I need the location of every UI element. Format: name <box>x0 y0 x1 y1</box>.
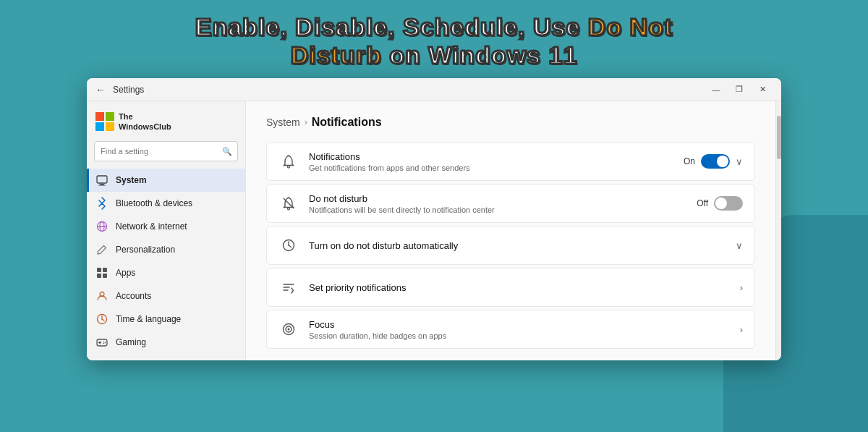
turn-on-auto-icon <box>278 235 299 255</box>
sidebar-item-time[interactable]: Time & language <box>87 308 245 331</box>
svg-line-17 <box>102 319 104 321</box>
sidebar-item-personalization[interactable]: Personalization <box>87 238 245 261</box>
search-input[interactable] <box>94 141 238 161</box>
main-content: System › Notifications Notifications Get… <box>246 101 775 360</box>
window-controls: — ❐ ✕ <box>706 82 773 97</box>
network-label: Network & internet <box>116 221 187 232</box>
focus-title: Focus <box>309 319 730 330</box>
sidebar-search-container: 🔍 <box>94 141 238 161</box>
system-label: System <box>116 175 147 185</box>
personalization-label: Personalization <box>116 245 175 255</box>
do-not-disturb-title: Do not disturb <box>309 193 686 204</box>
breadcrumb: System › Notifications <box>266 116 755 129</box>
notifications-title: Notifications <box>309 151 673 162</box>
title-bar-label: Settings <box>113 85 144 95</box>
title-highlight: Do Not <box>588 13 673 41</box>
notifications-toggle-knob <box>717 156 728 167</box>
turn-on-auto-text: Turn on do not disturb automatically <box>309 240 726 251</box>
focus-chevron[interactable]: › <box>740 324 743 335</box>
notifications-toggle[interactable] <box>701 154 730 169</box>
accounts-label: Accounts <box>116 291 151 301</box>
breadcrumb-current: Notifications <box>312 116 382 129</box>
title-line2: Disturb <box>291 41 382 69</box>
svg-rect-4 <box>97 176 107 183</box>
sidebar-logo: The WindowsClub <box>87 109 245 141</box>
title-bar: ← Settings — ❐ ✕ <box>87 78 781 101</box>
focus-row[interactable]: Focus Session duration, hide badges on a… <box>266 310 755 349</box>
do-not-disturb-subtitle: Notifications will be sent directly to n… <box>309 206 686 214</box>
svg-rect-0 <box>95 112 104 121</box>
svg-point-21 <box>103 341 105 342</box>
focus-icon <box>278 319 299 339</box>
notifications-toggle-label: On <box>684 156 695 166</box>
notifications-row[interactable]: Notifications Get notifications from app… <box>266 142 755 181</box>
svg-rect-5 <box>100 184 104 185</box>
svg-line-29 <box>289 245 292 247</box>
main-title: Enable, Disable, Schedule, Use Do Not Di… <box>0 13 868 69</box>
window-body: The WindowsClub 🔍 System Blueto <box>87 101 781 360</box>
search-icon: 🔍 <box>222 146 232 156</box>
sidebar-item-gaming[interactable]: Gaming <box>87 331 245 354</box>
title-line2-rest: on Windows 11 <box>382 41 578 69</box>
priority-notifications-icon <box>278 277 299 297</box>
sidebar-item-apps[interactable]: Apps <box>87 261 245 284</box>
close-button[interactable]: ✕ <box>752 82 773 97</box>
system-icon <box>95 174 109 187</box>
focus-text: Focus Session duration, hide badges on a… <box>309 319 730 340</box>
do-not-disturb-toggle-label: Off <box>697 198 708 208</box>
gaming-label: Gaming <box>116 337 146 347</box>
focus-subtitle: Session duration, hide badges on apps <box>309 331 730 340</box>
settings-window: ← Settings — ❐ ✕ The WindowsClub <box>87 78 781 360</box>
page-title-area: Enable, Disable, Schedule, Use Do Not Di… <box>0 0 868 78</box>
time-label: Time & language <box>116 314 181 324</box>
sidebar-item-network[interactable]: Network & internet <box>87 215 245 238</box>
svg-rect-12 <box>97 274 101 278</box>
sidebar-item-accounts[interactable]: Accounts <box>87 284 245 308</box>
svg-point-22 <box>105 342 106 343</box>
sidebar-item-system[interactable]: System <box>87 169 245 192</box>
time-icon <box>95 313 109 326</box>
personalization-icon <box>95 243 109 256</box>
priority-notifications-row[interactable]: Set priority notifications › <box>266 268 755 307</box>
logo-line2: WindowsClub <box>119 122 171 132</box>
focus-controls: › <box>740 324 743 335</box>
turn-on-auto-title: Turn on do not disturb automatically <box>309 240 726 251</box>
gaming-icon <box>95 336 109 349</box>
notifications-text: Notifications Get notifications from app… <box>309 151 673 172</box>
breadcrumb-separator: › <box>305 117 307 127</box>
priority-notifications-controls: › <box>740 282 743 293</box>
priority-notifications-title: Set priority notifications <box>309 282 730 293</box>
do-not-disturb-controls: Off <box>697 196 743 211</box>
window-scrollbar[interactable] <box>775 101 781 360</box>
network-icon <box>95 220 109 233</box>
svg-point-24 <box>288 166 290 168</box>
do-not-disturb-text: Do not disturb Notifications will be sen… <box>309 193 686 214</box>
sidebar-item-bluetooth[interactable]: Bluetooth & devices <box>87 192 245 215</box>
svg-point-23 <box>103 342 105 344</box>
notifications-chevron[interactable]: ∨ <box>736 156 743 167</box>
turn-on-auto-chevron[interactable]: ∨ <box>736 240 743 251</box>
turn-on-auto-row[interactable]: Turn on do not disturb automatically ∨ <box>266 226 755 265</box>
do-not-disturb-toggle[interactable] <box>714 196 743 211</box>
notifications-controls: On ∨ <box>684 154 743 169</box>
svg-rect-13 <box>103 274 107 278</box>
do-not-disturb-row[interactable]: Do not disturb Notifications will be sen… <box>266 184 755 223</box>
priority-notifications-chevron[interactable]: › <box>740 282 743 293</box>
svg-rect-10 <box>97 268 101 272</box>
bluetooth-icon <box>95 197 109 210</box>
restore-button[interactable]: ❐ <box>729 82 749 97</box>
svg-rect-11 <box>103 268 107 272</box>
accounts-icon <box>95 289 109 302</box>
priority-notifications-text: Set priority notifications <box>309 282 730 293</box>
scrollbar-thumb[interactable] <box>777 116 781 159</box>
sidebar: The WindowsClub 🔍 System Blueto <box>87 101 246 360</box>
svg-point-35 <box>288 329 290 331</box>
title-part1: Enable, Disable, Schedule, Use <box>195 13 588 41</box>
turn-on-auto-controls: ∨ <box>736 240 743 251</box>
minimize-button[interactable]: — <box>706 82 726 97</box>
logo-line1: The <box>119 111 171 122</box>
back-button[interactable]: ← <box>95 84 106 96</box>
svg-rect-6 <box>98 185 106 185</box>
apps-icon <box>95 266 109 279</box>
do-not-disturb-icon <box>278 193 299 213</box>
